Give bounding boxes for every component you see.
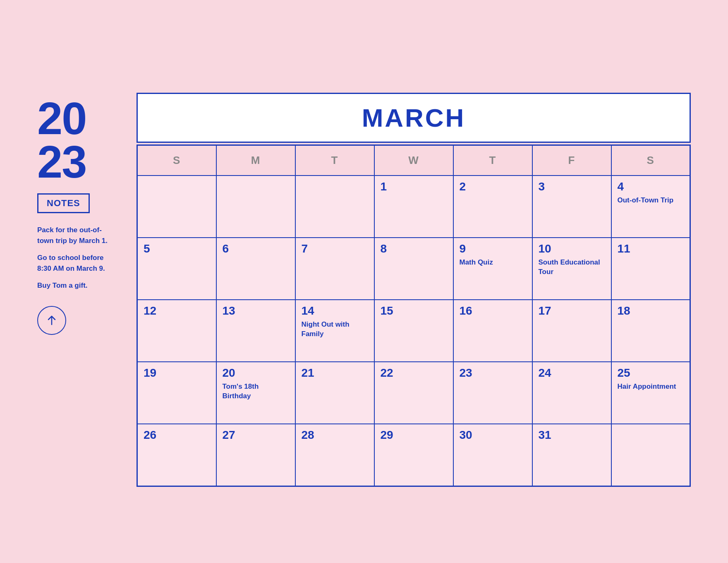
header-fri: F xyxy=(532,145,611,176)
day-number-16: 16 xyxy=(460,304,526,318)
cell-w1-d1 xyxy=(137,176,216,238)
cell-w2-d5: 9Math Quiz xyxy=(453,238,532,300)
header-mon: M xyxy=(216,145,295,176)
cell-w3-d7: 18 xyxy=(611,300,690,362)
cell-w4-d2: 20Tom's 18th Birthday xyxy=(216,362,295,424)
cell-w1-d6: 3 xyxy=(532,176,611,238)
day-number-29: 29 xyxy=(381,428,447,442)
day-number-4: 4 xyxy=(618,180,684,193)
header-thu: T xyxy=(453,145,532,176)
year-display: 20 23 xyxy=(37,97,86,183)
day-number-22: 22 xyxy=(381,366,447,380)
event-4: Out-of-Town Trip xyxy=(618,196,674,204)
cell-w5-d5: 30 xyxy=(453,424,532,486)
day-number-14: 14 xyxy=(302,304,368,318)
day-number-11: 11 xyxy=(618,242,684,255)
cell-w5-d7 xyxy=(611,424,690,486)
notes-label: NOTES xyxy=(47,198,80,208)
cell-w2-d4: 8 xyxy=(374,238,453,300)
notes-content: Pack for the out-of-town trip by March 1… xyxy=(37,225,112,291)
header-sat: S xyxy=(611,145,690,176)
cell-w1-d2 xyxy=(216,176,295,238)
cell-w5-d1: 26 xyxy=(137,424,216,486)
cell-w4-d6: 24 xyxy=(532,362,611,424)
cell-w4-d3: 21 xyxy=(295,362,374,424)
calendar-container: MARCH S M T W T F S 1234Out-of-Town Trip… xyxy=(136,93,691,487)
day-number-25: 25 xyxy=(618,366,684,380)
cell-w2-d3: 7 xyxy=(295,238,374,300)
day-number-17: 17 xyxy=(539,304,605,318)
up-arrow-icon xyxy=(45,314,58,327)
note-2: Go to school before 8:30 AM on March 9. xyxy=(37,253,112,274)
day-number-2: 2 xyxy=(460,180,526,193)
day-number-6: 6 xyxy=(223,242,289,255)
event-20: Tom's 18th Birthday xyxy=(223,383,259,400)
calendar-title: MARCH xyxy=(362,103,466,132)
cell-w5-d4: 29 xyxy=(374,424,453,486)
cell-w5-d2: 27 xyxy=(216,424,295,486)
event-10: South Educational Tour xyxy=(539,258,600,276)
header-wed: W xyxy=(374,145,453,176)
day-number-19: 19 xyxy=(144,366,210,380)
cell-w2-d2: 6 xyxy=(216,238,295,300)
cell-w1-d7: 4Out-of-Town Trip xyxy=(611,176,690,238)
day-number-24: 24 xyxy=(539,366,605,380)
cell-w5-d6: 31 xyxy=(532,424,611,486)
day-number-1: 1 xyxy=(381,180,447,193)
day-number-13: 13 xyxy=(223,304,289,318)
day-number-31: 31 xyxy=(539,428,605,442)
cell-w4-d4: 22 xyxy=(374,362,453,424)
day-number-12: 12 xyxy=(144,304,210,318)
cell-w3-d2: 13 xyxy=(216,300,295,362)
day-number-27: 27 xyxy=(223,428,289,442)
event-14: Night Out with Family xyxy=(302,320,350,338)
day-number-20: 20 xyxy=(223,366,289,380)
day-number-18: 18 xyxy=(618,304,684,318)
page-container: 20 23 NOTES Pack for the out-of-town tri… xyxy=(37,76,691,487)
week-row-2: 56789Math Quiz10South Educational Tour11 xyxy=(137,238,690,300)
cell-w2-d1: 5 xyxy=(137,238,216,300)
cell-w3-d5: 16 xyxy=(453,300,532,362)
sidebar: 20 23 NOTES Pack for the out-of-town tri… xyxy=(37,93,120,335)
cell-w2-d7: 11 xyxy=(611,238,690,300)
day-number-23: 23 xyxy=(460,366,526,380)
cell-w1-d4: 1 xyxy=(374,176,453,238)
note-1: Pack for the out-of-town trip by March 1… xyxy=(37,225,112,246)
week-row-5: 262728293031 xyxy=(137,424,690,486)
event-9: Math Quiz xyxy=(460,258,493,266)
cell-w1-d5: 2 xyxy=(453,176,532,238)
up-arrow-button[interactable] xyxy=(37,306,66,335)
cell-w3-d3: 14Night Out with Family xyxy=(295,300,374,362)
day-number-21: 21 xyxy=(302,366,368,380)
week-row-4: 1920Tom's 18th Birthday2122232425Hair Ap… xyxy=(137,362,690,424)
cell-w4-d1: 19 xyxy=(137,362,216,424)
week-row-3: 121314Night Out with Family15161718 xyxy=(137,300,690,362)
cell-w2-d6: 10South Educational Tour xyxy=(532,238,611,300)
header-sun: S xyxy=(137,145,216,176)
cell-w3-d6: 17 xyxy=(532,300,611,362)
calendar-grid: S M T W T F S 1234Out-of-Town Trip56789M… xyxy=(136,144,691,487)
day-number-28: 28 xyxy=(302,428,368,442)
week-row-1: 1234Out-of-Town Trip xyxy=(137,176,690,238)
day-number-15: 15 xyxy=(381,304,447,318)
cell-w3-d1: 12 xyxy=(137,300,216,362)
calendar-title-box: MARCH xyxy=(136,93,691,143)
day-header-row: S M T W T F S xyxy=(137,145,690,176)
header-tue: T xyxy=(295,145,374,176)
notes-box: NOTES xyxy=(37,193,90,213)
cell-w1-d3 xyxy=(295,176,374,238)
day-number-7: 7 xyxy=(302,242,368,255)
day-number-8: 8 xyxy=(381,242,447,255)
cell-w5-d3: 28 xyxy=(295,424,374,486)
day-number-9: 9 xyxy=(460,242,526,255)
event-25: Hair Appointment xyxy=(618,383,676,390)
day-number-26: 26 xyxy=(144,428,210,442)
note-3: Buy Tom a gift. xyxy=(37,280,112,291)
day-number-5: 5 xyxy=(144,242,210,255)
cell-w3-d4: 15 xyxy=(374,300,453,362)
day-number-3: 3 xyxy=(539,180,605,193)
cell-w4-d5: 23 xyxy=(453,362,532,424)
day-number-30: 30 xyxy=(460,428,526,442)
year-line2: 23 xyxy=(37,136,86,187)
day-number-10: 10 xyxy=(539,242,605,255)
